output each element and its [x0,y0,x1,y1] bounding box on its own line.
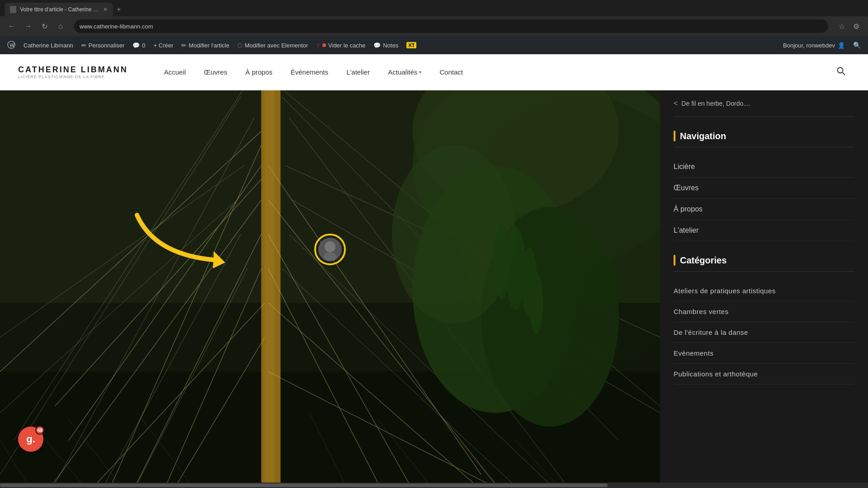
extensions-button[interactable]: ⚙ [850,20,863,33]
refresh-button[interactable]: ↻ [38,20,51,33]
categories-section: Catégories Ateliers de pratiques artisti… [674,255,854,385]
grammarly-count: 48 [35,426,44,435]
circle-inner [318,238,342,261]
site-header: CATHERINE LIBMANN LICIÈRE PLASTICIENNE D… [0,54,868,90]
category-ecriture-danse[interactable]: De l'écriture à la danse [674,322,854,343]
forward-button[interactable]: → [22,20,34,33]
navigation-section: Navigation Licière Œuvres À propos L'ate… [674,131,854,241]
categories-title: Catégories [680,255,726,266]
elementor-icon: ⬡ [237,42,242,49]
svg-point-58 [325,241,335,252]
wp-catherine-item[interactable]: Catherine Libmann [20,38,77,52]
wp-logo-icon: W [7,41,15,50]
yoast-icon: Y [316,42,320,49]
wp-elementor-label: Modifier avec Elementor [245,42,308,49]
wp-modifier-article-item[interactable]: ✏ Modifier l'article [178,38,233,52]
article-image-area [0,90,660,488]
new-tab-button[interactable]: + [113,3,124,16]
browser-toolbar: ← → ↻ ⌂ www.catherine-libmann.com ☆ ⚙ [0,16,868,36]
category-publications[interactable]: Publications et arthotèque [674,364,854,385]
wp-comments-item[interactable]: 💬 0 [129,38,149,52]
wp-notes-item[interactable]: 💬 Notes [370,38,402,52]
wp-modifier-label: Modifier l'article [189,42,229,49]
nav-accueil[interactable]: Accueil [155,54,195,90]
nav-actualites[interactable]: Actualités ▾ [379,54,430,90]
svg-point-47 [529,272,543,334]
breadcrumb: < De fil en herbe, Dordo.... [674,99,854,117]
nav-atelier[interactable]: L'atelier [337,54,379,90]
category-ateliers[interactable]: Ateliers de pratiques artistiques [674,281,854,301]
nav-apropos[interactable]: À propos [236,54,282,90]
navigation-section-title: Navigation [674,131,854,147]
breadcrumb-back-button[interactable]: < [674,99,678,108]
personnaliser-icon: ✏ [81,42,86,49]
scrollbar-thumb[interactable] [0,483,608,487]
navigation-title: Navigation [680,131,726,141]
horizontal-scrollbar[interactable] [0,483,868,488]
cache-dot [322,43,326,47]
tab-favicon [10,6,16,13]
tab-bar: Votre titre d'article - Catherine Libm..… [0,0,868,16]
svg-point-59 [324,252,336,261]
wp-personnaliser-label: Personnaliser [89,42,125,49]
wp-elementor-item[interactable]: ⬡ Modifier avec Elementor [234,38,311,52]
svg-marker-56 [213,251,225,268]
svg-rect-11 [265,90,274,488]
wp-personnaliser-item[interactable]: ✏ Personnaliser [78,38,128,52]
circle-annotation [314,234,346,265]
notes-icon: 💬 [373,42,381,49]
back-button[interactable]: ← [5,20,18,33]
wp-search-button[interactable]: 🔍 [849,38,864,52]
nature-background-svg [0,90,660,488]
arrow-annotation-svg [119,202,277,283]
active-tab[interactable]: Votre titre d'article - Catherine Libm..… [5,3,113,16]
tab-title: Votre titre d'article - Catherine Libm..… [20,6,99,13]
nav-evenements[interactable]: Événements [282,54,337,90]
wp-cache-label: Vider le cache [328,42,365,49]
nav-contact[interactable]: Contact [430,54,472,90]
site-logo[interactable]: CATHERINE LIBMANN LICIÈRE PLASTICIENNE D… [18,65,128,79]
article-image [0,90,660,488]
wp-catherine-label: Catherine Libmann [24,42,73,49]
category-evenements[interactable]: Evènements [674,343,854,364]
wp-admin-bar: W Catherine Libmann ✏ Personnaliser 💬 0 … [0,36,868,54]
wp-xt-item[interactable]: XT [403,38,420,52]
address-text: www.catherine-libmann.com [80,23,153,30]
dropdown-arrow-icon: ▾ [419,70,421,75]
navigation-items-list: Licière Œuvres À propos L'atelier [674,156,854,241]
edit-icon: ✏ [181,42,186,49]
home-button[interactable]: ⌂ [54,20,67,33]
main-content: < De fil en herbe, Dordo.... Navigation … [0,90,868,488]
nav-sidebar-atelier[interactable]: L'atelier [674,220,854,241]
nav-sidebar-apropos[interactable]: À propos [674,199,854,220]
right-sidebar: < De fil en herbe, Dordo.... Navigation … [660,90,868,488]
categories-section-title: Catégories [674,255,854,272]
tab-close-button[interactable]: ✕ [103,6,108,13]
svg-point-46 [494,224,510,300]
wp-hello-label: Bonjour, ronwebdev [783,42,835,49]
grammarly-badge[interactable]: g. 48 [18,427,43,452]
site-search-button[interactable] [832,66,850,78]
wp-create-label: + Créer [154,42,174,49]
wp-hello-user[interactable]: Bonjour, ronwebdev 👤 [779,42,849,49]
wp-logo-item[interactable]: W [4,38,19,52]
browser-chrome: Votre titre d'article - Catherine Libm..… [0,0,868,36]
category-chambres[interactable]: Chambres vertes [674,301,854,322]
wp-create-item[interactable]: + Créer [150,38,177,52]
svg-line-3 [843,73,845,75]
breadcrumb-text: De fil en herbe, Dordo.... [681,100,750,107]
nav-sidebar-oeuvres[interactable]: Œuvres [674,178,854,199]
logo-subtitle: LICIÈRE PLASTICIENNE DE LA FIBRE [18,75,128,79]
nav-sidebar-liciere[interactable]: Licière [674,156,854,178]
wp-cache-item[interactable]: Y Vider le cache [312,38,369,52]
comments-count: 0 [142,42,145,49]
address-bar[interactable]: www.catherine-libmann.com [74,19,828,33]
categories-indicator-icon [674,255,675,266]
bookmark-button[interactable]: ☆ [835,20,848,33]
nav-oeuvres[interactable]: Œuvres [195,54,236,90]
xt-badge: XT [406,42,416,48]
svg-text:W: W [10,42,15,47]
section-indicator-icon [674,131,675,141]
user-avatar-icon: 👤 [838,42,845,49]
categories-items-list: Ateliers de pratiques artistiques Chambr… [674,281,854,385]
